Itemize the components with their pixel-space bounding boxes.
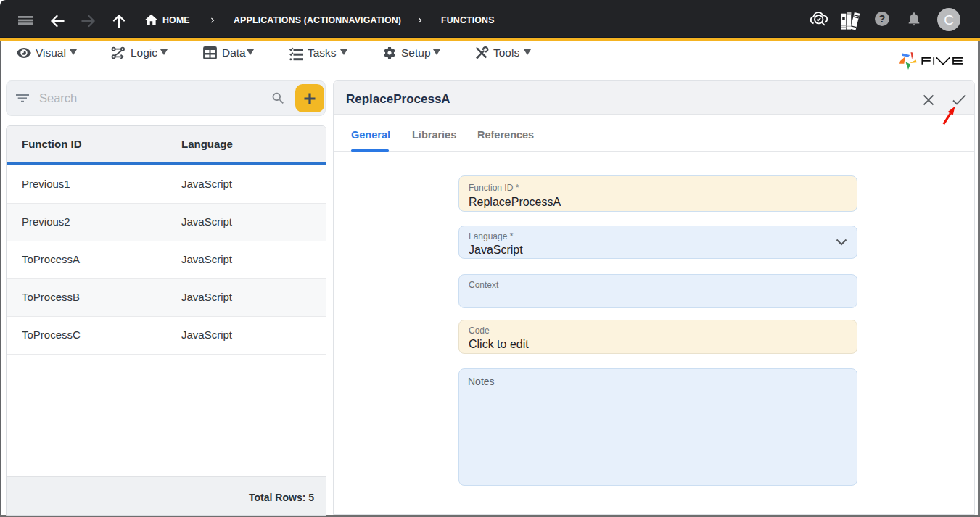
- svg-text:?: ?: [879, 13, 886, 25]
